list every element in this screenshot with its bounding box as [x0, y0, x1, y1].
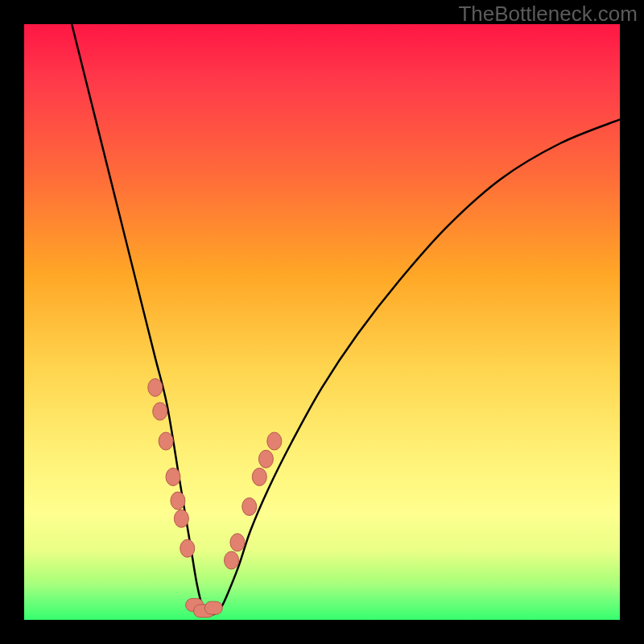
marker-left: [166, 468, 180, 485]
marker-right: [242, 497, 257, 515]
chart-svg: [24, 24, 620, 620]
marker-right: [230, 534, 245, 551]
outer-frame: TheBottleneck.com: [0, 0, 644, 644]
marker-left: [174, 510, 188, 527]
marker-left: [159, 432, 173, 450]
curve-group: [72, 24, 620, 615]
marker-right: [252, 468, 266, 485]
marker-left: [153, 402, 167, 420]
marker-right: [225, 551, 239, 569]
marker-valley: [204, 601, 222, 614]
marker-left: [180, 539, 195, 557]
watermark-text: TheBottleneck.com: [458, 2, 638, 27]
marker-right: [267, 432, 282, 450]
bottleneck-curve: [72, 24, 620, 615]
plot-gradient-area: [24, 24, 620, 620]
marker-left: [171, 492, 185, 510]
marker-right: [258, 450, 273, 468]
marker-left: [148, 378, 163, 396]
